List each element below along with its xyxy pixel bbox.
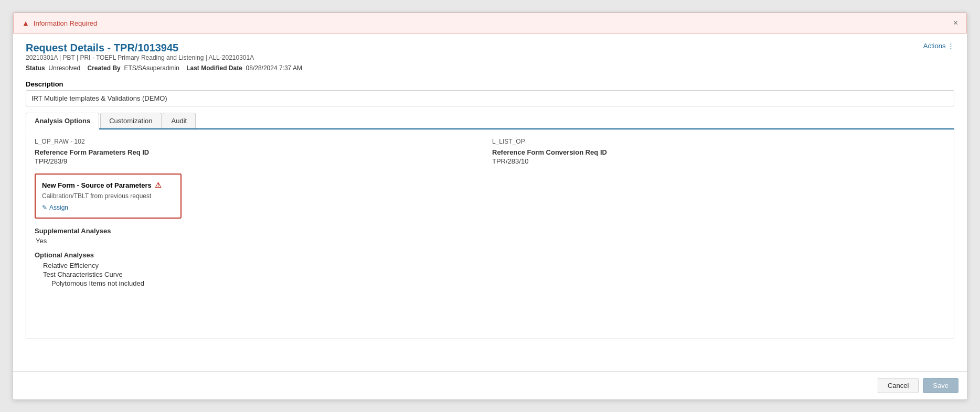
alert-message: Information Required <box>34 19 97 27</box>
alert-close-button[interactable]: × <box>953 18 958 28</box>
tab-content-analysis-options: L_OP_RAW - 102 Reference Form Parameters… <box>26 129 954 339</box>
left-col-id: L_OP_RAW - 102 <box>35 138 488 145</box>
ref-form-params-label: Reference Form Parameters Req ID <box>35 148 488 156</box>
ref-form-conversion-value: TPR/283/10 <box>492 157 945 165</box>
optional-item-1: Test Characteristics Curve <box>35 270 945 279</box>
created-by-value: ETS/SAsuperadmin <box>124 64 179 72</box>
tab-customization[interactable]: Customization <box>100 113 161 128</box>
left-col-group: L_OP_RAW - 102 Reference Form Parameters… <box>35 138 488 165</box>
footer-buttons: Cancel Save <box>13 371 967 399</box>
last-modified-value: 08/28/2024 7:37 AM <box>246 64 302 72</box>
alert-left: ▲ Information Required <box>22 19 97 27</box>
title-section: Request Details - TPR/1013945 20210301A … <box>26 42 302 78</box>
new-form-header: New Form - Source of Parameters ⚠ <box>42 181 174 189</box>
content-area: Request Details - TPR/1013945 20210301A … <box>13 34 967 371</box>
assign-link[interactable]: ✎ Assign <box>42 204 174 211</box>
status-label: Status <box>26 64 45 72</box>
new-form-title: New Form - Source of Parameters <box>42 181 152 189</box>
description-label: Description <box>26 80 954 88</box>
alert-banner: ▲ Information Required × <box>13 13 967 34</box>
new-form-value: Calibration/TBLT from previous request <box>42 192 174 200</box>
warning-triangle-icon: ▲ <box>22 19 29 27</box>
right-col-group: L_LIST_OP Reference Form Conversion Req … <box>492 138 945 165</box>
save-button[interactable]: Save <box>923 378 958 393</box>
supplemental-value: Yes <box>35 237 945 245</box>
page-title: Request Details - TPR/1013945 <box>26 42 302 54</box>
actions-menu-button[interactable]: Actions ⋮ <box>923 42 954 50</box>
right-col-id: L_LIST_OP <box>492 138 945 145</box>
optional-item-0: Relative Efficiency <box>35 261 945 270</box>
tabs-container: Analysis Options Customization Audit <box>26 113 954 129</box>
assign-label: Assign <box>49 204 68 211</box>
page-header: Request Details - TPR/1013945 20210301A … <box>26 42 954 78</box>
two-col-ids: L_OP_RAW - 102 Reference Form Parameters… <box>35 138 945 165</box>
created-by-label: Created By <box>87 64 120 72</box>
new-form-warning-icon: ⚠ <box>155 181 162 189</box>
optional-sub-item-0: Polytomous Items not included <box>35 279 945 288</box>
supplemental-label: Supplemental Analyses <box>35 227 945 235</box>
status-value: Unresolved <box>48 64 80 72</box>
tab-audit[interactable]: Audit <box>163 113 196 128</box>
optional-analyses: Optional Analyses Relative Efficiency Te… <box>35 251 945 288</box>
ref-form-params-value: TPR/283/9 <box>35 157 488 165</box>
new-form-source-box: New Form - Source of Parameters ⚠ Calibr… <box>35 174 182 219</box>
description-value: IRT Multiple templates & Validations (DE… <box>26 90 954 106</box>
meta-row: Status Unresolved Created By ETS/SAsuper… <box>26 64 302 72</box>
edit-icon: ✎ <box>42 204 47 211</box>
last-modified-label: Last Modified Date <box>186 64 242 72</box>
tab-analysis-options[interactable]: Analysis Options <box>26 113 99 129</box>
cancel-button[interactable]: Cancel <box>878 378 919 393</box>
subtitle: 20210301A | PBT | PRI - TOEFL Primary Re… <box>26 54 302 61</box>
ref-form-conversion-label: Reference Form Conversion Req ID <box>492 148 945 156</box>
modal-container: ▲ Information Required × Request Details… <box>13 12 967 400</box>
optional-label: Optional Analyses <box>35 251 945 259</box>
